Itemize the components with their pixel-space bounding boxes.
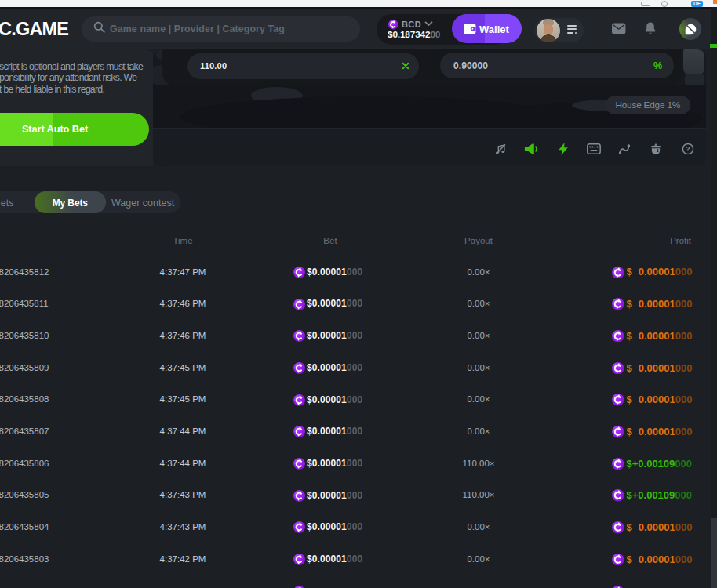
svg-text:?: ? bbox=[686, 144, 690, 153]
